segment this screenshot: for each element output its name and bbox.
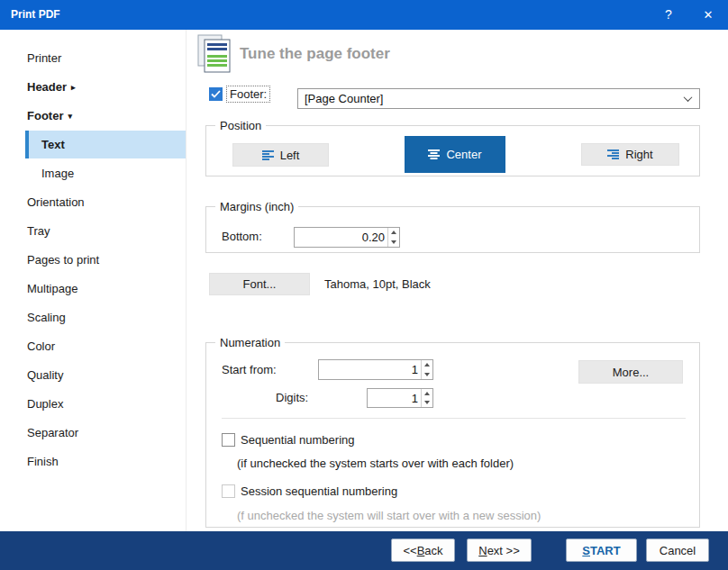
align-left-label: Left [280, 149, 300, 162]
dropdown-value: [Page Counter] [305, 92, 383, 105]
spinner-down-icon[interactable] [422, 370, 432, 380]
sidebar: Printer Header▸ Footer▾ Text Image Orien… [0, 30, 187, 531]
sidebar-item-duplex[interactable]: Duplex [0, 390, 187, 419]
next-button[interactable]: Next >> [467, 538, 532, 562]
session-sequential-label: Session sequential numbering [241, 484, 397, 498]
chevron-down-icon: ▾ [68, 112, 72, 121]
start-from-spinner [421, 360, 432, 379]
spinner-up-icon[interactable] [422, 360, 432, 370]
bottom-margin-label: Bottom: [222, 230, 262, 244]
sidebar-item-separator[interactable]: Separator [0, 419, 187, 448]
align-center-button[interactable]: Center [405, 136, 505, 173]
sidebar-item-scaling[interactable]: Scaling [0, 303, 187, 332]
footer-type-dropdown[interactable]: [Page Counter] [297, 88, 700, 109]
start-button[interactable]: START [566, 538, 637, 562]
footer-checkbox[interactable] [209, 87, 223, 101]
spinner-up-icon[interactable] [422, 389, 432, 398]
sidebar-item-multipage[interactable]: Multipage [0, 275, 187, 303]
digits-input[interactable] [368, 389, 421, 407]
sidebar-item-pages-to-print[interactable]: Pages to print [0, 246, 187, 275]
sidebar-item-label: Text [41, 138, 65, 151]
sidebar-item-image[interactable]: Image [0, 159, 187, 188]
check-icon [211, 90, 221, 98]
sidebar-item-footer[interactable]: Footer▾ [0, 102, 187, 131]
position-group: Position Left Center Right [205, 125, 700, 176]
align-center-icon [428, 149, 440, 159]
bottom-bar: << Back Next >> START Cancel [0, 531, 728, 570]
cancel-button[interactable]: Cancel [646, 538, 709, 562]
sidebar-item-quality[interactable]: Quality [0, 361, 187, 390]
session-sequential-note: (f unchecked the system will start over … [237, 509, 541, 523]
numeration-group-label: Numeration [215, 336, 285, 349]
numeration-group: Numeration Start from: More... Digits: [205, 342, 700, 528]
bottom-margin-input[interactable] [295, 228, 387, 247]
font-button-label: Font... [243, 277, 277, 291]
font-button[interactable]: Font... [209, 273, 310, 295]
sidebar-item-label: Header [27, 80, 67, 94]
spinner-down-icon[interactable] [388, 238, 399, 248]
help-icon[interactable]: ? [649, 0, 688, 30]
bottom-margin-field [294, 227, 400, 248]
align-left-icon [262, 150, 274, 160]
align-right-label: Right [625, 148, 652, 161]
sidebar-item-label: Footer [27, 109, 63, 122]
font-description: Tahoma, 10pt, Black [324, 273, 431, 295]
bottom-margin-spinner [387, 228, 399, 247]
sidebar-item-tray[interactable]: Tray [0, 217, 187, 246]
position-group-label: Position [215, 119, 266, 132]
align-right-button[interactable]: Right [581, 143, 679, 166]
sidebar-item-text[interactable]: Text [25, 131, 186, 158]
sidebar-item-header[interactable]: Header▸ [0, 73, 187, 102]
back-button[interactable]: << Back [391, 538, 455, 562]
selection-accent [25, 131, 29, 158]
session-sequential-checkbox [222, 484, 235, 498]
start-from-label: Start from: [222, 363, 277, 377]
tune-footer-icon [196, 34, 233, 74]
spinner-up-icon[interactable] [388, 228, 399, 238]
start-from-input[interactable] [319, 360, 421, 379]
sequential-numbering-label[interactable]: Sequential numbering [241, 433, 354, 447]
margins-group: Margins (inch) Bottom: [205, 206, 700, 253]
page-title: Tune the page footer [240, 45, 390, 63]
divider [222, 418, 686, 419]
sidebar-item-finish[interactable]: Finish [0, 448, 187, 476]
print-pdf-dialog: Print PDF ? ✕ Printer Header▸ Footer▾ Te… [0, 0, 728, 570]
footer-checkbox-label[interactable]: Footer: [226, 86, 270, 103]
chevron-right-icon: ▸ [71, 83, 76, 92]
align-center-label: Center [446, 148, 481, 161]
main-panel: Tune the page footer Footer: [Page Count… [187, 30, 728, 531]
sequential-numbering-note: (if unchecked the system starts over wit… [237, 457, 514, 471]
sidebar-item-orientation[interactable]: Orientation [0, 188, 187, 217]
align-left-button[interactable]: Left [232, 143, 329, 167]
margins-group-label: Margins (inch) [215, 200, 298, 213]
sequential-numbering-checkbox[interactable] [222, 433, 235, 447]
sidebar-item-printer[interactable]: Printer [0, 44, 187, 73]
spinner-down-icon[interactable] [422, 398, 432, 407]
align-right-icon [607, 149, 619, 159]
digits-field [367, 388, 433, 408]
chevron-down-icon [684, 93, 693, 102]
sidebar-item-color[interactable]: Color [0, 332, 187, 361]
close-icon[interactable]: ✕ [688, 0, 728, 30]
digits-label: Digits: [276, 391, 308, 405]
window-title: Print PDF [11, 0, 60, 30]
more-button-label: More... [613, 366, 649, 379]
titlebar: Print PDF ? ✕ [0, 0, 728, 30]
more-button[interactable]: More... [578, 360, 683, 384]
digits-spinner [421, 389, 432, 407]
start-from-field [318, 359, 433, 380]
